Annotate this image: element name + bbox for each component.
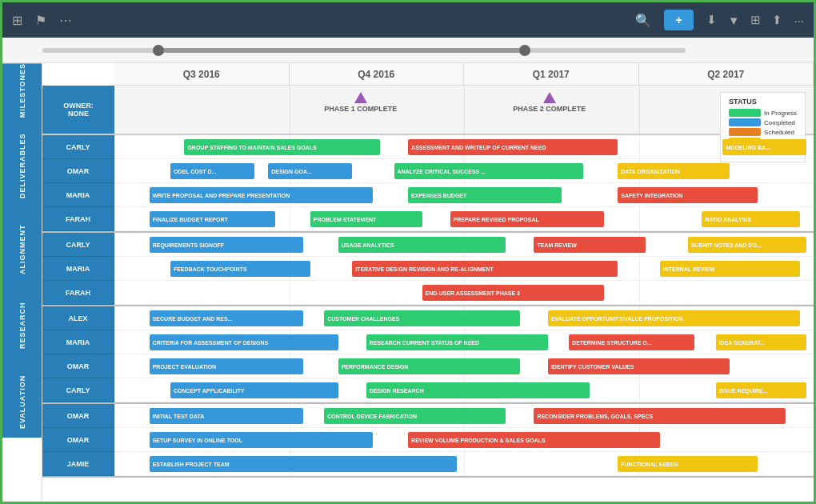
- section-label-milestones: MILESTONES: [2, 63, 42, 118]
- milestone-1-label: PHASE 1 COMPLETE: [324, 105, 397, 113]
- bars-col-research: SECURE BUDGET AND RES...CUSTOMER CHALLEN…: [114, 306, 814, 402]
- gantt-bar-research-3-1[interactable]: DESIGN RESEARCH: [366, 382, 590, 398]
- owner-col-alignment: CARLYMARIAFARAH: [42, 233, 114, 305]
- gantt-bar-research-0-2[interactable]: EVALUATE OPPORTUNITY/VALUE PROPOSITION: [548, 310, 800, 326]
- gantt-row-deliverables-3: FINALIZE BUDGET REPORTPROBLEM STATEMENTP…: [114, 207, 814, 231]
- owner-cell-alignment-1: MARIA: [42, 257, 114, 281]
- slider-left-thumb[interactable]: [153, 45, 164, 56]
- gantt-row-research-0: SECURE BUDGET AND RES...CUSTOMER CHALLEN…: [114, 306, 814, 330]
- gantt-bar-alignment-0-2[interactable]: TEAM REVIEW: [534, 237, 646, 253]
- gantt-bar-evaluation-2-0[interactable]: ESTABLISH PROJECT TEAM: [150, 456, 458, 472]
- quarter-q3-2016: Q3 2016: [114, 63, 290, 85]
- gantt-bar-evaluation-0-1[interactable]: CONTROL DEVICE FABRICATION: [324, 408, 506, 424]
- status-completed: Completed: [729, 118, 797, 126]
- milestone-bars-area: PHASE 1 COMPLETE PHASE 2 COMPLETE STATUS: [114, 86, 814, 134]
- gantt-bar-deliverables-0-1[interactable]: ASSESSMENT AND WRITEUP OF CURRENT NEED: [408, 139, 618, 155]
- gantt-bar-research-1-1[interactable]: RESEARCH CURRENT STATUS OF NEED: [366, 334, 548, 350]
- gantt-bar-research-2-2[interactable]: IDENTIFY CUSTOMER VALUES: [548, 358, 730, 374]
- gantt-bar-evaluation-1-0[interactable]: SETUP SURVEY IN ONLINE TOOL: [150, 432, 374, 448]
- gantt-bar-evaluation-2-1[interactable]: FUNCTIONAL NEEDS: [618, 456, 758, 472]
- flag-icon[interactable]: ⚑: [35, 13, 46, 28]
- status-dot-in-progress: [729, 109, 761, 117]
- section-label-research: RESEARCH: [2, 286, 42, 366]
- owner-cell-research-0: ALEX: [42, 306, 114, 330]
- gantt-bar-alignment-1-1[interactable]: ITERATIVE DESIGN REVISION AND RE-ALIGNME…: [352, 261, 618, 277]
- gantt-bar-research-1-3[interactable]: IDEA GENERAT...: [716, 334, 807, 350]
- gantt-row-evaluation-0: INITIAL TEST DATACONTROL DEVICE FABRICAT…: [114, 404, 814, 428]
- gantt-bar-research-3-2[interactable]: ISSUE REQUIRE...: [716, 382, 807, 398]
- milestone-2-label: PHASE 2 COMPLETE: [513, 105, 586, 113]
- owner-col-research: ALEXMARIAOMARCARLY: [42, 306, 114, 402]
- filter-icon[interactable]: ⋯: [59, 13, 72, 28]
- upload-icon[interactable]: ⬆: [772, 13, 782, 27]
- main-content: MILESTONES DELIVERABLES ALIGNMENT RESEAR…: [2, 63, 814, 502]
- gantt-bar-research-0-0[interactable]: SECURE BUDGET AND RES...: [150, 310, 303, 326]
- gantt-bar-research-2-0[interactable]: PROJECT EVALUATION: [150, 358, 303, 374]
- gantt-bar-research-1-2[interactable]: DETERMINE STRUCTURE O...: [569, 334, 694, 350]
- quarter-headers: Q3 2016 Q4 2016 Q1 2017 Q2 2017: [114, 63, 814, 86]
- owner-cell-research-2: OMAR: [42, 354, 114, 378]
- bars-col-alignment: REQUIREMENTS SIGNOFFUSAGE ANALYTICSTEAM …: [114, 233, 814, 305]
- gantt-bar-alignment-1-0[interactable]: FEEDBACK TOUCHPOINTS: [170, 261, 310, 277]
- rows-container: OWNER:NONE PHASE 1 COMPLETE: [42, 86, 814, 502]
- grid-line-2: [464, 86, 465, 134]
- gantt-bar-evaluation-0-2[interactable]: RECONSIDER PROBLEMS, GOALS, SPECS: [534, 408, 786, 424]
- owner-cell-evaluation-2: JAMIE: [42, 452, 114, 476]
- gantt-bar-research-3-0[interactable]: CONCEPT APPLICABILITY: [170, 382, 338, 398]
- grid-line-1: [290, 86, 290, 134]
- timeline-slider: [2, 38, 814, 63]
- gantt-bar-evaluation-1-1[interactable]: REVIEW VOLUME PRODUCTION & SALES GOALS: [408, 432, 660, 448]
- gantt-bar-deliverables-0-2[interactable]: MODELING BA...: [722, 139, 806, 155]
- table-icon[interactable]: ⊞: [750, 13, 761, 27]
- section-label-alignment: ALIGNMENT: [2, 214, 42, 286]
- milestone-owner-label: OWNER:NONE: [63, 102, 94, 118]
- gantt-bar-deliverables-3-1[interactable]: PROBLEM STATEMENT: [310, 211, 422, 227]
- gantt-bar-evaluation-0-0[interactable]: INITIAL TEST DATA: [150, 408, 303, 424]
- slider-right-thumb[interactable]: [519, 45, 530, 56]
- status-label-in-progress: In Progress: [764, 110, 797, 117]
- gantt-bar-deliverables-1-3[interactable]: DATA ORGANIZATION: [618, 163, 730, 179]
- gantt-bar-deliverables-1-0[interactable]: ODEL COST D...: [170, 163, 254, 179]
- milestone-2-triangle: [543, 92, 556, 103]
- download-icon[interactable]: ⬇: [706, 13, 717, 27]
- owner-col-evaluation: OMAROMARJAMIE: [42, 404, 114, 476]
- gantt-bar-alignment-0-1[interactable]: USAGE ANALYTICS: [338, 237, 506, 253]
- gantt-bar-research-0-1[interactable]: CUSTOMER CHALLENGES: [324, 310, 520, 326]
- funnel-icon[interactable]: ▼: [728, 14, 740, 27]
- owner-cell-deliverables-1: OMAR: [42, 159, 114, 183]
- grid-icon[interactable]: ⊞: [12, 13, 22, 28]
- app-container: ⊞ ⚑ ⋯ 🔍 + ⬇ ▼ ⊞ ⬆ ··· MILESTONES DELIVER…: [0, 0, 816, 504]
- gantt-bar-deliverables-3-0[interactable]: FINALIZE BUDGET REPORT: [150, 211, 275, 227]
- gantt-bar-deliverables-1-2[interactable]: ANALYZE CRITICAL SUCCESS ...: [394, 163, 583, 179]
- milestone-1-triangle: [354, 92, 367, 103]
- quarter-q1-2017: Q1 2017: [464, 63, 639, 85]
- section-alignment: CARLYMARIAFARAHREQUIREMENTS SIGNOFFUSAGE…: [42, 233, 814, 306]
- status-in-progress: In Progress: [729, 109, 797, 117]
- gantt-bar-deliverables-3-3[interactable]: RATIO ANALYSIS: [702, 211, 799, 227]
- gantt-bar-research-1-0[interactable]: CRITERIA FOR ASSESSMENT OF DESIGNS: [150, 334, 338, 350]
- gantt-bar-deliverables-1-1[interactable]: DESIGN GOA...: [268, 163, 352, 179]
- gantt-bar-deliverables-2-2[interactable]: SAFETY INTEGRATION: [618, 187, 758, 203]
- owner-cell-research-1: MARIA: [42, 330, 114, 354]
- gantt-bar-deliverables-2-1[interactable]: EXPENSES BUDGET: [408, 187, 562, 203]
- add-button[interactable]: +: [664, 10, 693, 30]
- gantt-bar-research-2-1[interactable]: PERFORMANCE DESIGN: [338, 358, 520, 374]
- search-icon[interactable]: 🔍: [635, 13, 651, 28]
- status-dot-completed: [729, 118, 761, 126]
- gantt-area: Q3 2016 Q4 2016 Q1 2017 Q2 2017 OWNER:NO…: [42, 63, 814, 502]
- gantt-bar-alignment-1-2[interactable]: INTERNAL REVIEW: [660, 261, 800, 277]
- gantt-bar-deliverables-2-0[interactable]: WRITE PROPOSAL AND PREPARE PRESENTATION: [150, 187, 374, 203]
- bars-col-deliverables: GROUP STAFFING TO MAINTAIN SALES GOALSAS…: [114, 135, 814, 231]
- owner-cell-deliverables-0: CARLY: [42, 135, 114, 159]
- quarter-q2-2017: Q2 2017: [639, 63, 814, 85]
- slider-track[interactable]: [42, 48, 686, 53]
- gantt-bar-alignment-0-3[interactable]: SUBMIT NOTES AND DO...: [688, 237, 807, 253]
- more-icon[interactable]: ···: [794, 14, 804, 27]
- gantt-bar-deliverables-0-0[interactable]: GROUP STAFFING TO MAINTAIN SALES GOALS: [184, 139, 380, 155]
- owner-cell-alignment-2: FARAH: [42, 281, 114, 305]
- owner-cell-research-3: CARLY: [42, 378, 114, 402]
- gantt-row-research-2: PROJECT EVALUATIONPERFORMANCE DESIGNIDEN…: [114, 354, 814, 378]
- gantt-bar-alignment-0-0[interactable]: REQUIREMENTS SIGNOFF: [150, 237, 303, 253]
- gantt-bar-alignment-2-0[interactable]: END-USER ASSESSMENT PHASE 3: [422, 285, 604, 301]
- gantt-bar-deliverables-3-2[interactable]: PREPARE REVISED PROPOSAL: [450, 211, 604, 227]
